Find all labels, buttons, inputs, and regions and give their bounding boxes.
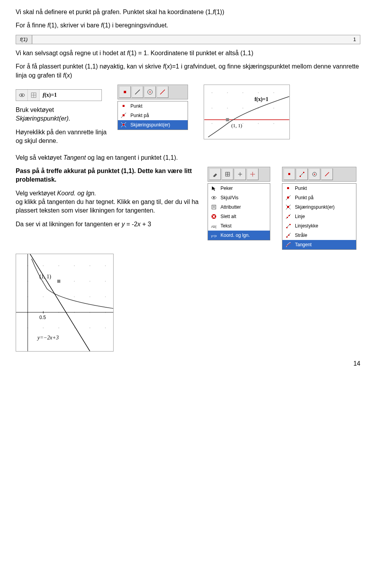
toolbar-strip-1 xyxy=(118,85,188,99)
formula-input-bar[interactable]: f(x)=1 xyxy=(16,89,102,101)
svg-text:y=|x|: y=|x| xyxy=(211,234,217,238)
svg-point-74 xyxy=(43,265,43,266)
svg-rect-52 xyxy=(300,176,301,177)
menu-item-tekst[interactable]: Ab| Tekst xyxy=(208,221,270,231)
paragraph-2: For å finne f(1), skriver vi bare f(1) i… xyxy=(16,21,360,30)
m3-line-icon xyxy=(285,213,292,220)
toolbar-strip-3 xyxy=(282,167,356,182)
menu-item-koord[interactable]: y=|x| Koord. og lgn. xyxy=(208,231,270,240)
svg-line-6 xyxy=(135,90,140,94)
svg-rect-32 xyxy=(226,118,229,121)
cell-label: f(1) xyxy=(16,35,32,44)
menu3-punkt-pa[interactable]: Punkt på xyxy=(282,193,356,202)
svg-point-101 xyxy=(89,327,90,328)
m3-point-on-icon xyxy=(285,194,292,201)
axes-tool-icon[interactable] xyxy=(234,168,246,180)
svg-text:0.5: 0.5 xyxy=(40,315,46,320)
svg-point-41 xyxy=(213,197,215,198)
svg-rect-65 xyxy=(289,215,290,216)
svg-rect-108 xyxy=(57,280,60,283)
toolbar-circle-icon[interactable] xyxy=(144,86,156,98)
svg-point-100 xyxy=(74,327,75,328)
paragraph-7: Velg så vektøyet Tangent og lag en tange… xyxy=(16,153,360,162)
svg-rect-5 xyxy=(124,91,126,93)
svg-text:y=−2x+3: y=−2x+3 xyxy=(37,335,59,341)
point-tool-icon[interactable] xyxy=(284,168,295,180)
menu3-punkt[interactable]: Punkt xyxy=(282,184,356,193)
svg-text:Ab|: Ab| xyxy=(211,225,216,229)
toolbar-tangent-icon[interactable] xyxy=(157,86,168,98)
svg-text:(1, 1): (1, 1) xyxy=(40,273,51,280)
svg-point-88 xyxy=(74,296,75,297)
toolbar-line-icon[interactable] xyxy=(132,86,143,98)
cell-value: 1 xyxy=(32,35,360,44)
svg-point-82 xyxy=(74,281,75,281)
svg-rect-62 xyxy=(287,206,289,208)
menu3-tangent[interactable]: Tangent xyxy=(282,240,356,249)
graph-viewport-2: 0.5 (1, 1) y=−2x+3 xyxy=(16,254,114,352)
text-icon: Ab| xyxy=(210,222,217,229)
tangent-tool-icon[interactable] xyxy=(321,168,333,180)
svg-rect-12 xyxy=(123,114,125,116)
svg-point-76 xyxy=(74,265,75,266)
line-tools-menu: Punkt Punkt på Skjæringspunkt(er) Linje … xyxy=(282,183,356,250)
svg-point-20 xyxy=(273,92,274,93)
svg-point-75 xyxy=(58,265,59,266)
svg-point-18 xyxy=(242,92,243,93)
svg-point-84 xyxy=(105,281,106,281)
m3-point-icon xyxy=(285,185,292,192)
circle-tool-icon[interactable] xyxy=(309,168,320,180)
wrench-icon[interactable] xyxy=(209,168,221,180)
svg-rect-53 xyxy=(303,172,304,173)
m3-tangent-icon xyxy=(285,241,292,248)
paragraph-6: Høyreklikk på den vannrette linja og skj… xyxy=(16,128,110,146)
svg-point-8 xyxy=(150,91,151,92)
grid-tool-icon[interactable] xyxy=(222,168,233,180)
move-tool-icon[interactable] xyxy=(247,168,258,180)
menu-item-punkt-pa[interactable]: Punkt på xyxy=(118,111,188,120)
menu3-linje[interactable]: Linje xyxy=(282,212,356,221)
svg-point-23 xyxy=(242,108,243,108)
svg-point-30 xyxy=(273,123,274,124)
paragraph-4: For å få plassert punktet (1,1) nøyaktig… xyxy=(16,62,360,80)
svg-line-66 xyxy=(287,224,290,227)
svg-rect-59 xyxy=(287,197,289,198)
svg-point-26 xyxy=(212,123,212,124)
svg-point-25 xyxy=(273,108,274,108)
koord-icon: y=|x| xyxy=(210,232,217,239)
menu-item-peker[interactable]: Peker xyxy=(208,184,270,193)
svg-rect-10 xyxy=(123,105,125,107)
formula-input-text: f(x)=1 xyxy=(40,91,60,99)
menu-item-skjaeringspunkt[interactable]: Skjæringspunkt(er) xyxy=(118,120,188,130)
svg-rect-50 xyxy=(288,173,290,175)
attributes-icon xyxy=(210,204,217,211)
context-menu-2: Peker Skjul/Vis Attributter Slett alt Ab… xyxy=(208,183,270,240)
grid-icon[interactable] xyxy=(28,90,40,101)
toolbar-point-icon[interactable] xyxy=(119,86,131,98)
menu-item-slett[interactable]: Slett alt xyxy=(208,212,270,221)
paragraph-10: Da ser vi at likningen for tangenten er … xyxy=(16,220,200,229)
menu-item-skjulvis[interactable]: Skjul/Vis xyxy=(208,193,270,202)
svg-point-22 xyxy=(227,108,228,108)
svg-point-87 xyxy=(58,296,59,297)
menu-item-punkt[interactable]: Punkt xyxy=(118,101,188,111)
menu3-strale[interactable]: Stråle xyxy=(282,231,356,240)
paragraph-9: Velg verktøyet Koord. og lgn. og klikk p… xyxy=(16,189,200,215)
segment-tool-icon[interactable] xyxy=(296,168,308,180)
menu3-skjaering[interactable]: Skjæringspunkt(er) xyxy=(282,202,356,212)
paragraph-8: Pass på å treffe akkurat på punktet (1,1… xyxy=(16,167,200,184)
svg-point-99 xyxy=(58,327,59,328)
svg-text:(1, 1): (1, 1) xyxy=(231,123,242,128)
svg-point-28 xyxy=(242,123,243,124)
eye-icon[interactable] xyxy=(16,90,28,101)
svg-point-19 xyxy=(258,92,259,93)
paragraph-3: Vi kan selvsagt også regne ut i hodet at… xyxy=(16,49,360,58)
delete-icon xyxy=(210,213,217,220)
toolbar-strip-2 xyxy=(208,167,270,182)
menu-item-attributter[interactable]: Attributter xyxy=(208,202,270,212)
svg-rect-67 xyxy=(286,227,287,228)
svg-rect-64 xyxy=(287,217,288,218)
point-on-icon xyxy=(120,112,127,119)
menu3-linjestykke[interactable]: Linjestykke xyxy=(282,221,356,231)
svg-point-21 xyxy=(212,108,212,108)
